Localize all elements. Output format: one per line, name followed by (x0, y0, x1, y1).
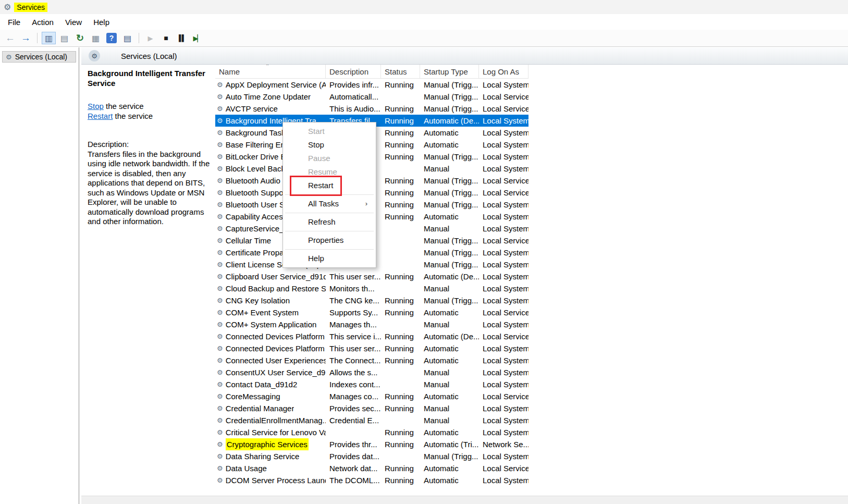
service-gear-icon: ⚙ (217, 417, 223, 424)
service-row[interactable]: ⚙ Connected User Experiences ... The Con… (215, 354, 529, 366)
service-gear-icon: ⚙ (217, 165, 223, 172)
service-description: The CNG ke... (326, 294, 381, 306)
service-row[interactable]: ⚙ Critical Service for Lenovo Va... Runn… (215, 426, 529, 438)
service-gear-icon: ⚙ (217, 129, 223, 136)
show-console-tree-icon[interactable]: ▥ (42, 32, 56, 44)
context-menu-item-properties[interactable]: Properties (284, 233, 375, 247)
menu-view[interactable]: View (59, 16, 88, 29)
services-gear-icon: ⚙ (4, 3, 11, 11)
service-status: Running (381, 175, 420, 187)
column-header-description[interactable]: Description (326, 65, 381, 78)
back-icon[interactable]: ← (3, 32, 17, 44)
service-name: Credential Manager (226, 402, 294, 414)
main-header-title: Services (Local) (121, 52, 177, 60)
service-row[interactable]: ⚙ Data Usage Network dat... Running Auto… (215, 462, 529, 474)
stop-service-link[interactable]: Stop (88, 102, 104, 110)
service-log-on-as: Local System (479, 247, 529, 259)
service-row[interactable]: ⚙ AppX Deployment Service (A... Provides… (215, 79, 529, 91)
service-name-cell: ⚙ Connected User Experiences ... (215, 354, 326, 366)
submenu-arrow-icon: › (365, 197, 367, 211)
console-tree-panel: ⚙ Services (Local) (0, 47, 79, 504)
service-row[interactable]: ⚙ DCOM Server Process Launc... The DCOML… (215, 474, 529, 486)
service-row[interactable]: ⚙ Credential Manager Provides sec... Run… (215, 402, 529, 414)
column-header-status[interactable]: Status (381, 65, 420, 78)
service-row[interactable]: ⚙ Data Sharing Service Provides dat... M… (215, 450, 529, 462)
context-menu-item-stop[interactable]: Stop (284, 138, 375, 152)
export-list-icon[interactable]: ▦ (89, 32, 103, 44)
menu-file[interactable]: File (2, 16, 26, 29)
show-action-pane-icon[interactable]: ▤ (120, 32, 134, 44)
service-description: This user ser... (326, 271, 381, 282)
service-name: Cellular Time (226, 235, 272, 247)
service-row[interactable]: ⚙ COM+ System Application Manages th... … (215, 318, 529, 330)
service-status: Running (381, 271, 420, 282)
service-row[interactable]: ⚙ CoreMessaging Manages co... Running Au… (215, 390, 529, 402)
help-icon[interactable]: ? (106, 33, 117, 43)
column-header-name[interactable]: ⌃ Name (215, 65, 326, 78)
column-header-status-label: Status (385, 67, 407, 76)
service-row[interactable]: ⚙ Connected Devices Platform ... This us… (215, 342, 529, 354)
service-log-on-as: Local System (479, 282, 529, 294)
context-menu-item-help[interactable]: Help (284, 252, 375, 265)
stop-service-icon[interactable]: ■ (159, 32, 173, 44)
service-log-on-as: Local System (479, 294, 529, 306)
service-status: Running (381, 79, 420, 91)
service-row[interactable]: ⚙ Cloud Backup and Restore S... Monitors… (215, 282, 529, 294)
service-gear-icon: ⚙ (217, 201, 223, 208)
service-row[interactable]: ⚙ CNG Key Isolation The CNG ke... Runnin… (215, 294, 529, 306)
service-name: CoreMessaging (226, 390, 280, 402)
restart-service-suffix: the service (113, 112, 153, 120)
service-name: COM+ Event System (226, 306, 299, 318)
main-panel: ⚙ Services (Local) Background Intelligen… (81, 47, 848, 504)
refresh-icon[interactable]: ↻ (73, 32, 87, 44)
service-startup-type: Automatic (420, 211, 479, 223)
menu-help[interactable]: Help (88, 16, 115, 29)
service-log-on-as: Local System (479, 127, 529, 139)
context-menu-item-all-tasks[interactable]: All Tasks› (284, 197, 375, 211)
service-startup-type: Manual (Trigg... (420, 151, 479, 163)
tree-item-services-local[interactable]: ⚙ Services (Local) (2, 51, 76, 63)
service-startup-type: Automatic (De... (420, 330, 479, 342)
service-startup-type: Automatic (420, 390, 479, 402)
service-log-on-as: Local System (479, 414, 529, 426)
menubar: File Action View Help (0, 14, 848, 30)
column-header-startup-type[interactable]: Startup Type (420, 65, 479, 78)
column-header-log-on-as[interactable]: Log On As (479, 65, 529, 78)
restart-service-icon[interactable]: ▶▏ (190, 32, 204, 44)
properties-icon[interactable]: ▤ (57, 32, 71, 44)
service-name: Cloud Backup and Restore S... (226, 282, 326, 294)
service-gear-icon: ⚙ (217, 441, 223, 448)
forward-icon[interactable]: → (19, 32, 33, 44)
service-row[interactable]: ⚙ AVCTP service This is Audio... Running… (215, 103, 529, 115)
service-row[interactable]: ⚙ Contact Data_d91d2 Indexes cont... Man… (215, 378, 529, 390)
service-log-on-as: Local System (479, 139, 529, 151)
service-row[interactable]: ⚙ Cryptographic Services Provides thr...… (215, 438, 529, 450)
pause-service-icon[interactable]: ▌▌ (175, 32, 189, 44)
service-name: Auto Time Zone Updater (226, 91, 311, 103)
service-name: Data Usage (226, 462, 267, 474)
service-row[interactable]: ⚙ Clipboard User Service_d91d2 This user… (215, 271, 529, 282)
service-gear-icon: ⚙ (217, 261, 223, 268)
service-row[interactable]: ⚙ Connected Devices Platform ... This se… (215, 330, 529, 342)
service-row[interactable]: ⚙ Auto Time Zone Updater Automaticall...… (215, 91, 529, 103)
context-menu-item-refresh[interactable]: Refresh (284, 215, 375, 229)
service-row[interactable]: ⚙ ConsentUX User Service_d91... Allows t… (215, 366, 529, 378)
service-row[interactable]: ⚙ COM+ Event System Supports Sy... Runni… (215, 306, 529, 318)
service-startup-type: Manual (420, 366, 479, 378)
service-name: Connected Devices Platform ... (226, 330, 326, 342)
menu-action[interactable]: Action (26, 16, 59, 29)
context-menu-item-start: Start (284, 125, 375, 138)
restart-service-link[interactable]: Restart (88, 112, 113, 120)
service-startup-type: Manual (420, 378, 479, 390)
service-gear-icon: ⚙ (217, 465, 223, 472)
service-name: COM+ System Application (226, 318, 317, 330)
services-node-icon: ⚙ (6, 54, 12, 60)
service-row[interactable]: ⚙ CredentialEnrollmentManag... Credentia… (215, 414, 529, 426)
service-name-cell: ⚙ COM+ Event System (215, 306, 326, 318)
service-startup-type: Automatic (420, 354, 479, 366)
context-menu-item-restart[interactable]: Restart (284, 179, 375, 192)
tree-item-label: Services (Local) (15, 53, 67, 61)
bottom-scrollbar-strip[interactable] (81, 496, 848, 504)
stop-service-line: Stop the service (88, 102, 217, 112)
service-name: AVCTP service (226, 103, 278, 115)
